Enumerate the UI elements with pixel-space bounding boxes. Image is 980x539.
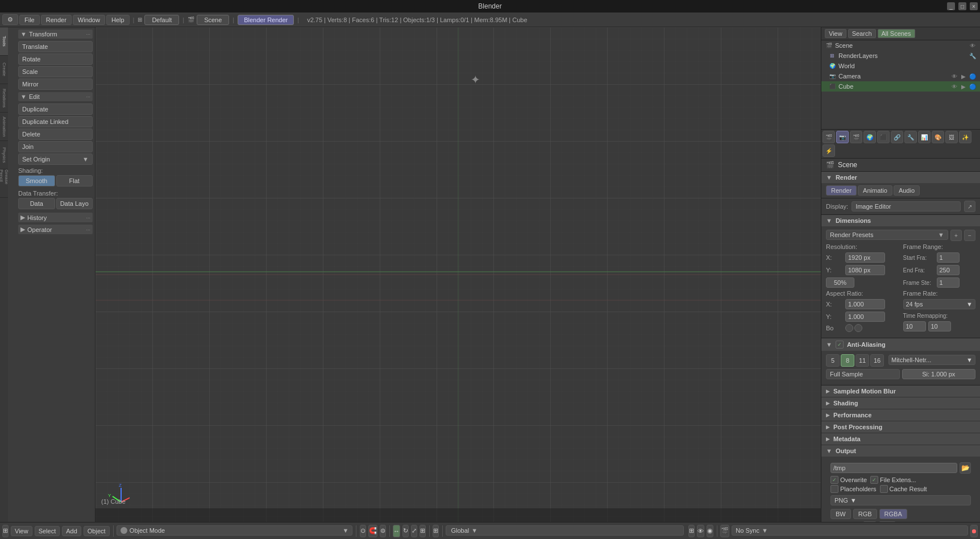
audio-tab[interactable]: Audio bbox=[894, 185, 920, 196]
prop-tab-object[interactable]: ⬛ bbox=[877, 131, 890, 143]
render-presets-select[interactable]: Render Presets ▼ bbox=[826, 230, 948, 240]
outliner-item-world[interactable]: 🌍 World bbox=[821, 61, 980, 71]
outliner-item-scene[interactable]: 🎬 Scene 👁 bbox=[821, 40, 980, 51]
duplicate-button[interactable]: Duplicate bbox=[18, 103, 93, 115]
delete-button[interactable]: Delete bbox=[18, 128, 93, 140]
aa-checkbox[interactable]: ✓ bbox=[836, 341, 844, 349]
outliner-item-camera[interactable]: 📷 Camera 👁 ▶ 🔵 bbox=[821, 71, 980, 81]
render-engine-selector[interactable]: Blender Render bbox=[238, 15, 294, 25]
render-presets-del[interactable]: − bbox=[964, 230, 975, 241]
outliner-search-button[interactable]: Search bbox=[848, 29, 876, 38]
outliner-view-button[interactable]: View bbox=[825, 29, 846, 38]
camera-render-icon[interactable]: 🔵 bbox=[969, 72, 977, 80]
eye-icon[interactable]: 👁 bbox=[969, 42, 977, 49]
old-remap-input[interactable] bbox=[903, 321, 926, 331]
animation-tab[interactable]: Animatio bbox=[858, 185, 892, 196]
record-icon[interactable]: ⏺ bbox=[970, 525, 978, 537]
duplicate-linked-button[interactable]: Duplicate Linked bbox=[18, 116, 93, 127]
select-button[interactable]: Select bbox=[35, 526, 60, 536]
aa-8-button[interactable]: 8 bbox=[841, 354, 854, 367]
outliner-all-scenes-button[interactable]: All Scenes bbox=[878, 29, 915, 38]
prop-tab-data[interactable]: 📊 bbox=[918, 131, 931, 143]
proportional-icon[interactable]: ⊜ bbox=[380, 525, 386, 537]
render-section-header[interactable]: ▼ Render bbox=[821, 172, 980, 183]
join-button[interactable]: Join bbox=[18, 141, 93, 152]
new-remap-input[interactable] bbox=[928, 321, 951, 331]
close-button[interactable]: × bbox=[970, 2, 978, 10]
scale-button[interactable]: Scale bbox=[18, 66, 93, 77]
render-tab[interactable]: Render bbox=[826, 185, 857, 196]
bw-button[interactable]: BW bbox=[830, 509, 851, 519]
outliner-item-cube[interactable]: ⬛ Cube 👁 ▶ 🔵 bbox=[821, 81, 980, 92]
operator-header[interactable]: ▶ Operator ··· bbox=[18, 225, 93, 234]
sync-select[interactable]: No Sync ▼ bbox=[732, 525, 968, 536]
mode-select[interactable]: Object Mode ▼ bbox=[117, 525, 353, 536]
scene-selector[interactable]: Scene bbox=[197, 15, 229, 25]
aa-filter-select[interactable]: Mitchell-Netr... ▼ bbox=[888, 355, 975, 365]
prop-tab-physics[interactable]: ⚡ bbox=[823, 144, 835, 157]
pivot-icon[interactable]: ⊙ bbox=[360, 525, 366, 537]
aspect-x-input[interactable] bbox=[845, 299, 885, 309]
post-processing-header[interactable]: ▶ Post Processing bbox=[821, 421, 980, 433]
output-path-browse[interactable]: 📂 bbox=[960, 462, 971, 474]
cube-eye-icon[interactable]: 👁 bbox=[950, 82, 958, 90]
data-layo-button[interactable]: Data Layo bbox=[56, 198, 93, 209]
camera-sel-icon[interactable]: ▶ bbox=[960, 72, 967, 80]
frame-step-input[interactable] bbox=[937, 277, 960, 288]
minimize-button[interactable]: _ bbox=[947, 2, 955, 10]
cube-render-icon[interactable]: 🔵 bbox=[969, 82, 977, 90]
prop-tab-material[interactable]: 🎨 bbox=[932, 131, 944, 143]
aa-11-button[interactable]: 11 bbox=[856, 354, 869, 367]
prop-tab-constraint[interactable]: 🔗 bbox=[891, 131, 903, 143]
fps-select[interactable]: 24 fps ▼ bbox=[903, 299, 976, 309]
placeholders-checkbox[interactable] bbox=[830, 485, 838, 493]
shading-prop-header[interactable]: ▶ Shading bbox=[821, 397, 980, 409]
grid-icon[interactable]: ⊞ bbox=[688, 525, 695, 537]
aspect-y-input[interactable] bbox=[845, 312, 885, 322]
help-menu[interactable]: Help bbox=[106, 15, 130, 25]
cache-result-checkbox[interactable] bbox=[880, 485, 888, 493]
aa-header[interactable]: ▼ ✓ Anti-Aliasing bbox=[821, 338, 980, 351]
color-8-button[interactable]: 8 bbox=[863, 521, 877, 522]
tab-animation[interactable]: Animation bbox=[0, 113, 8, 141]
overwrite-checkbox[interactable] bbox=[830, 476, 838, 484]
layer-icon[interactable]: ⊞ bbox=[433, 525, 439, 537]
aa-5-button[interactable]: 5 bbox=[826, 354, 840, 367]
set-origin-button[interactable]: Set Origin ▼ bbox=[18, 154, 93, 165]
display-value[interactable]: Image Editor bbox=[852, 201, 961, 212]
history-header[interactable]: ▶ History ··· bbox=[18, 213, 93, 222]
prop-tab-modifier[interactable]: 🔧 bbox=[904, 131, 917, 143]
full-sample-button[interactable]: Full Sample bbox=[826, 369, 900, 379]
transform-icon[interactable]: ⊞ bbox=[420, 525, 426, 537]
tab-create[interactable]: Create bbox=[0, 56, 8, 84]
data-button[interactable]: Data bbox=[18, 198, 55, 209]
end-fra-input[interactable] bbox=[937, 265, 960, 275]
mirror-button[interactable]: Mirror bbox=[18, 78, 93, 90]
prop-tab-render2[interactable]: 🎬 bbox=[850, 131, 862, 143]
edit-header[interactable]: ▼ Edit ··· bbox=[18, 92, 93, 101]
workspace-selector[interactable]: Default bbox=[144, 15, 179, 25]
dimensions-header[interactable]: ▼ Dimensions bbox=[821, 215, 980, 226]
window-menu[interactable]: Window bbox=[73, 15, 105, 25]
maximize-button[interactable]: □ bbox=[958, 2, 966, 10]
view-dot-button[interactable]: ⊞ bbox=[2, 525, 9, 537]
tab-physics[interactable]: Physics bbox=[0, 141, 8, 169]
format-select[interactable]: PNG ▼ bbox=[830, 495, 971, 505]
hide-icon[interactable]: 👁 bbox=[697, 525, 704, 537]
global-select[interactable]: Global ▼ bbox=[446, 525, 684, 536]
scale-icon[interactable]: ⤢ bbox=[411, 525, 417, 537]
metadata-header[interactable]: ▶ Metadata bbox=[821, 433, 980, 445]
outliner-item-renderlayers[interactable]: ⊞ RenderLayers 🔧 bbox=[821, 51, 980, 61]
res-y-input[interactable] bbox=[845, 265, 885, 275]
render-mode-icon[interactable]: ◉ bbox=[707, 525, 713, 537]
res-x-input[interactable] bbox=[845, 252, 885, 263]
camera-eye-icon[interactable]: 👁 bbox=[950, 72, 958, 80]
performance-header[interactable]: ▶ Performance bbox=[821, 409, 980, 421]
bo-circle1[interactable] bbox=[845, 324, 853, 332]
render-menu[interactable]: Render bbox=[41, 15, 72, 25]
rgba-button[interactable]: RGBA bbox=[879, 509, 907, 519]
scene-icon-btn[interactable]: 🎬 bbox=[720, 525, 729, 537]
prop-tab-render[interactable]: 📷 bbox=[836, 131, 849, 143]
render-presets-add[interactable]: + bbox=[950, 230, 962, 241]
motion-blur-header[interactable]: ▶ Sampled Motion Blur bbox=[821, 385, 980, 397]
